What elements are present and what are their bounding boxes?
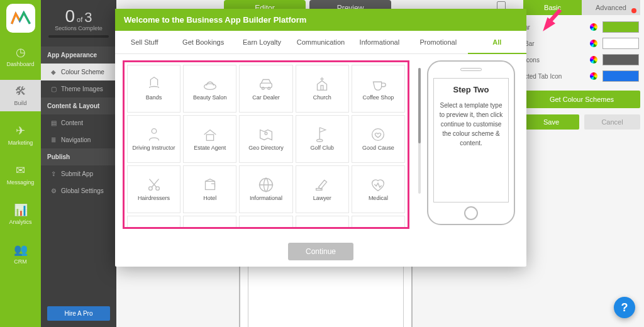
svg-point-3 <box>268 87 270 90</box>
template-beauty-salon[interactable]: Beauty Salon <box>183 65 236 113</box>
svg-rect-1 <box>260 83 272 88</box>
template-label: Informational <box>250 196 282 202</box>
rail-build[interactable]: 🛠Build <box>0 80 41 111</box>
progress-done: 0 <box>65 6 75 26</box>
step-phone-frame: Step Two Select a template type to previ… <box>427 60 515 225</box>
cancel-button[interactable]: Cancel <box>584 114 640 130</box>
modal-tab-earn-loyalty[interactable]: Earn Loyalty <box>233 31 291 53</box>
template-estate-agent[interactable]: Estate Agent <box>183 115 236 163</box>
phone-speaker-icon <box>460 68 482 71</box>
swatch-3[interactable] <box>602 70 639 82</box>
template-modal: Welcome to the Business App Builder Plat… <box>115 9 526 267</box>
template-placeholder[interactable] <box>239 216 292 229</box>
template-golf-club[interactable]: Golf Club <box>296 115 349 163</box>
hire-a-pro-button[interactable]: Hire A Pro <box>47 306 110 321</box>
nav-rail: ◷Dashboard 🛠Build ✈Marketing ✉Messaging … <box>0 0 41 327</box>
gauge-icon: ◷ <box>0 45 41 59</box>
swatch-1[interactable] <box>602 38 639 49</box>
swatch-0[interactable] <box>602 21 639 33</box>
sb-content[interactable]: ▤Content <box>41 114 116 131</box>
svg-point-7 <box>265 132 267 135</box>
template-bands[interactable]: Bands <box>127 65 180 113</box>
template-lawyer[interactable]: Lawyer <box>296 165 349 213</box>
step-heading: Step Two <box>439 85 503 94</box>
sb-theme-images[interactable]: ▢Theme Images <box>41 80 116 97</box>
template-label: Estate Agent <box>194 145 226 152</box>
sb-header-content: Content & Layout <box>41 97 116 114</box>
template-informational[interactable]: Informational <box>239 165 292 213</box>
hotel-icon <box>201 177 219 193</box>
modal-tab-communication[interactable]: Communication <box>291 31 350 53</box>
help-fab[interactable]: ? <box>614 297 635 318</box>
modal-tab-informational[interactable]: Informational <box>350 31 409 53</box>
template-placeholder[interactable] <box>296 216 349 229</box>
svg-point-8 <box>317 140 323 142</box>
modal-tab-promotional[interactable]: Promotional <box>409 31 467 53</box>
svg-rect-14 <box>316 189 322 191</box>
coffee-shop-icon <box>369 76 387 92</box>
template-grid[interactable]: BandsBeauty SalonCar DealerChurchCoffee … <box>123 60 409 229</box>
sidebar: 0 of 3 Sections Complete App Appearance … <box>41 0 116 327</box>
template-label: Medical <box>369 196 388 202</box>
template-hairdressers[interactable]: Hairdressers <box>127 165 180 213</box>
sb-submit-app[interactable]: ⇪Submit App <box>41 165 116 182</box>
template-placeholder[interactable] <box>183 216 236 229</box>
continue-button[interactable]: Continue <box>288 243 353 260</box>
color-picker-icon[interactable] <box>590 40 597 47</box>
template-hotel[interactable]: Hotel <box>183 165 236 213</box>
rail-marketing[interactable]: ✈Marketing <box>0 119 41 151</box>
phone-home-button-icon <box>464 206 478 220</box>
rail-dashboard[interactable]: ◷Dashboard <box>0 40 41 72</box>
progress-total: 3 <box>84 9 92 25</box>
annotation-dot <box>631 8 636 13</box>
modal-tab-all[interactable]: All <box>468 31 526 53</box>
estate-agent-icon <box>201 126 219 143</box>
template-medical[interactable]: Medical <box>352 165 405 213</box>
bands-icon <box>145 76 164 92</box>
color-picker-icon[interactable] <box>590 56 597 64</box>
svg-rect-12 <box>205 181 214 189</box>
wrench-icon: 🛠 <box>0 85 41 98</box>
svg-point-2 <box>262 87 264 90</box>
template-label: Good Cause <box>362 145 394 152</box>
opt-row-2: Icons <box>523 52 640 68</box>
template-label: Church <box>313 95 331 101</box>
modal-tab-sell-stuff[interactable]: Sell Stuff <box>115 31 174 53</box>
svg-rect-6 <box>206 135 213 140</box>
modal-tab-get-bookings[interactable]: Get Bookings <box>174 31 232 53</box>
step-body: Select a template type to preview it, th… <box>439 101 503 148</box>
template-label: Hotel <box>203 196 216 202</box>
template-label: Beauty Salon <box>193 95 227 101</box>
mode-basic[interactable]: Basic <box>523 0 582 15</box>
template-good-cause[interactable]: Good Cause <box>352 115 405 163</box>
sb-colour-scheme[interactable]: ◆Colour Scheme <box>41 64 116 80</box>
mode-tabs: Basic Advanced <box>523 0 640 15</box>
rail-messaging[interactable]: ✉Messaging <box>0 158 41 191</box>
step-panel: Step Two Select a template type to previ… <box>423 60 519 239</box>
template-coffee-shop[interactable]: Coffee Shop <box>352 65 405 113</box>
template-driving-instructor[interactable]: Driving Instructor <box>127 115 180 163</box>
template-car-dealer[interactable]: Car Dealer <box>239 65 292 113</box>
rail-crm[interactable]: 👥CRM <box>0 238 41 270</box>
scrollbar[interactable] <box>418 68 421 194</box>
template-label: Geo Directory <box>248 145 284 152</box>
template-church[interactable]: Church <box>296 65 349 113</box>
sb-global-settings[interactable]: ⚙Global Settings <box>41 182 116 199</box>
modal-title: Welcome to the Business App Builder Plat… <box>115 9 526 31</box>
template-geo-directory[interactable]: Geo Directory <box>239 115 292 163</box>
template-placeholder[interactable] <box>127 216 180 229</box>
swatch-2[interactable] <box>602 54 639 65</box>
progress-subtitle: Sections Complete <box>45 25 113 31</box>
geo-directory-icon <box>257 126 275 143</box>
svg-rect-4 <box>321 86 323 91</box>
template-placeholder[interactable] <box>352 216 405 229</box>
progress-bar <box>48 35 109 38</box>
rail-analytics[interactable]: 📊Analytics <box>0 198 41 230</box>
get-colour-schemes-button[interactable]: Get Colour Schemes <box>523 91 640 108</box>
color-picker-icon[interactable] <box>590 72 597 80</box>
save-button[interactable]: Save <box>523 114 579 130</box>
mode-advanced[interactable]: Advanced <box>582 0 640 15</box>
image-icon: ▢ <box>50 86 57 92</box>
sb-navigation[interactable]: ≣Navigation <box>41 131 116 148</box>
color-picker-icon[interactable] <box>590 23 597 31</box>
